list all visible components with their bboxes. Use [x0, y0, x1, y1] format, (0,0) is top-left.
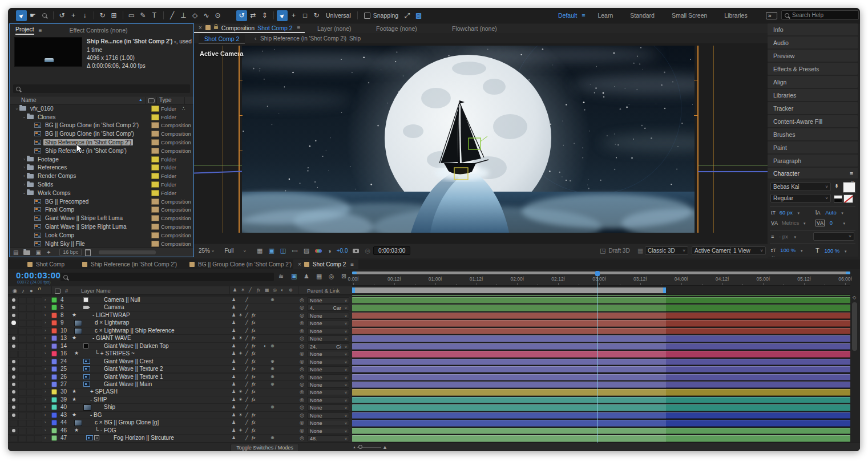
- tab-project[interactable]: Project: [15, 26, 34, 35]
- layer-row[interactable]: ›46★└ - FOG♟☀╱fx◎None˅: [8, 427, 352, 435]
- layer-label-chip[interactable]: [51, 435, 57, 441]
- quality-switch[interactable]: ╱: [245, 374, 248, 379]
- tree-row[interactable]: Ship Reference (in 'Shot Comp 2')Composi…: [10, 138, 193, 147]
- switch-column-icon-5[interactable]: ◎: [273, 287, 277, 293]
- tree-item-label[interactable]: Final Comp: [43, 206, 76, 213]
- close-tab-icon[interactable]: ×: [298, 261, 301, 268]
- tree-item-label[interactable]: Solids: [36, 181, 55, 188]
- lock-toggle[interactable]: [34, 389, 42, 396]
- layer-row[interactable]: ›16★└ + STRIPES ~♟☀╱fx◎None˅: [8, 350, 352, 358]
- fx-switch[interactable]: fx: [252, 327, 256, 333]
- tree-row[interactable]: BG || Group Clone (in 'Shot Comp 2')Comp…: [10, 121, 193, 130]
- audio-toggle[interactable]: [18, 335, 26, 342]
- tree-item-label[interactable]: Render Comps: [36, 173, 78, 179]
- parent-select[interactable]: 24.Gi˅: [307, 343, 349, 350]
- layer-row[interactable]: ›10c × Lightwrap || Ship Reference♟╱fx◎N…: [8, 327, 352, 335]
- layer-duration-bar[interactable]: [352, 320, 850, 326]
- solo-toggle[interactable]: [26, 374, 34, 381]
- transparency-grid-icon[interactable]: ▨: [304, 247, 309, 254]
- shy-switch[interactable]: ♟: [232, 351, 236, 356]
- lock-toggle[interactable]: [34, 420, 42, 427]
- gizmo-rotation-tool[interactable]: ↻: [311, 10, 322, 21]
- layer-duration-bar[interactable]: [352, 297, 850, 303]
- audio-toggle[interactable]: [18, 435, 26, 442]
- hand-tool[interactable]: ☛: [27, 10, 38, 21]
- number-column[interactable]: #: [65, 287, 68, 294]
- fx-switch[interactable]: fx: [252, 319, 256, 325]
- threed-switch[interactable]: ⊕: [271, 366, 274, 371]
- marker-icon[interactable]: ◇: [853, 295, 856, 300]
- label-color-chip[interactable]: [151, 241, 159, 247]
- shy-switch[interactable]: ♟: [232, 320, 236, 325]
- exposure-value[interactable]: +0.0: [337, 248, 348, 254]
- tree-row[interactable]: ⌄Work CompsFolder: [10, 189, 193, 197]
- lock-toggle[interactable]: [34, 328, 42, 335]
- timeline-zoom-slider[interactable]: ▲ ▲: [353, 444, 387, 450]
- region-of-interest-icon[interactable]: ▭: [292, 247, 297, 254]
- layer-label-chip[interactable]: [51, 420, 57, 425]
- fx-switch[interactable]: fx: [252, 374, 256, 379]
- eye-toggle[interactable]: [12, 314, 15, 317]
- quality-switch[interactable]: ╱: [245, 343, 248, 348]
- layer-label-chip[interactable]: [51, 320, 57, 326]
- workspace-item-libraries[interactable]: Libraries: [724, 12, 747, 19]
- layer-row[interactable]: ›44c × BG || Group Clone [g]♟╱fx◎None˅: [8, 419, 352, 427]
- audio-toggle[interactable]: [18, 366, 26, 373]
- pickwhip-icon[interactable]: ◎: [300, 374, 304, 380]
- shy-switch[interactable]: ♟: [232, 328, 236, 333]
- shy-switch[interactable]: ♟: [232, 404, 236, 410]
- quality-switch[interactable]: ╱: [245, 428, 248, 433]
- layer-name[interactable]: Fog Horizon || Strcuture: [114, 435, 174, 441]
- threed-switch[interactable]: ⊕: [271, 435, 274, 440]
- tree-row[interactable]: Giant Wave || Stripe Left LumaCompositio…: [10, 214, 193, 222]
- selection-tool[interactable]: ►: [16, 10, 27, 21]
- draft-3d-button[interactable]: ◳Draft 3D: [597, 247, 630, 254]
- tree-item-label[interactable]: Night Sky || File: [43, 241, 87, 247]
- layer-label-chip[interactable]: [51, 297, 57, 303]
- panel-libraries[interactable]: Libraries: [768, 89, 858, 101]
- pan-behind-anchor-point-tool[interactable]: ⊞: [108, 10, 119, 21]
- quality-switch[interactable]: ╱: [245, 397, 248, 402]
- eye-toggle[interactable]: [12, 306, 15, 309]
- lock-toggle[interactable]: [34, 404, 42, 411]
- parent-select[interactable]: None˅: [307, 404, 349, 411]
- pickwhip-icon[interactable]: ◎: [300, 297, 304, 303]
- close-tab-icon[interactable]: ×: [199, 25, 202, 31]
- pickwhip-icon[interactable]: ◎: [300, 389, 304, 395]
- collapse-switch[interactable]: ☀: [239, 428, 243, 433]
- layer-name-column[interactable]: Layer Name: [81, 287, 111, 294]
- layer-expander[interactable]: ›: [45, 305, 46, 309]
- label-color-chip[interactable]: [151, 190, 159, 196]
- lock-toggle[interactable]: [34, 412, 42, 419]
- layer-label-chip[interactable]: [51, 374, 57, 380]
- switch-column-icon-1[interactable]: ☀: [241, 287, 245, 293]
- tree-row[interactable]: ›ReferencesFolder: [10, 164, 193, 172]
- threed-switch[interactable]: ⊕: [271, 297, 274, 302]
- tree-row[interactable]: BG || Group Clone (in 'Shot Comp')Compos…: [10, 129, 193, 138]
- layer-duration-bar[interactable]: [352, 420, 850, 426]
- layer-name[interactable]: Giant Wave || Crest: [104, 358, 154, 364]
- layer-name[interactable]: Giant Wave || Darken Top: [104, 343, 169, 349]
- snapping-checkbox[interactable]: Snapping: [364, 12, 398, 19]
- tree-row[interactable]: BG || PrecompedComposition: [10, 197, 193, 206]
- layer-duration-bar[interactable]: [352, 404, 850, 411]
- fx-switch[interactable]: fx: [252, 427, 256, 433]
- layer-row[interactable]: ›24Giant Wave || Crest♟╱fx⊕◎None˅: [8, 358, 352, 366]
- lock-toggle[interactable]: [34, 335, 42, 342]
- label-column-icon[interactable]: [148, 98, 155, 103]
- panel-tracker[interactable]: Tracker: [768, 102, 858, 114]
- layer-duration-bar[interactable]: [352, 305, 850, 311]
- layer-expander[interactable]: ›: [45, 405, 46, 409]
- parent-select[interactable]: None˅: [307, 397, 349, 403]
- shy-switch[interactable]: ♟: [232, 335, 236, 341]
- shy-switch[interactable]: ♟: [232, 359, 236, 364]
- label-color-chip[interactable]: [151, 131, 159, 137]
- tree-item-label[interactable]: References: [36, 164, 68, 171]
- fx-switch[interactable]: fx: [252, 381, 256, 387]
- layer-duration-bar[interactable]: [352, 382, 850, 388]
- parent-link-column[interactable]: Parent & Link: [307, 287, 340, 294]
- layer-expander[interactable]: ›: [45, 329, 46, 333]
- threed-switch[interactable]: ⊕: [271, 359, 274, 364]
- current-time-display[interactable]: 0:00:03:00: [16, 270, 60, 280]
- eye-toggle[interactable]: [12, 367, 15, 371]
